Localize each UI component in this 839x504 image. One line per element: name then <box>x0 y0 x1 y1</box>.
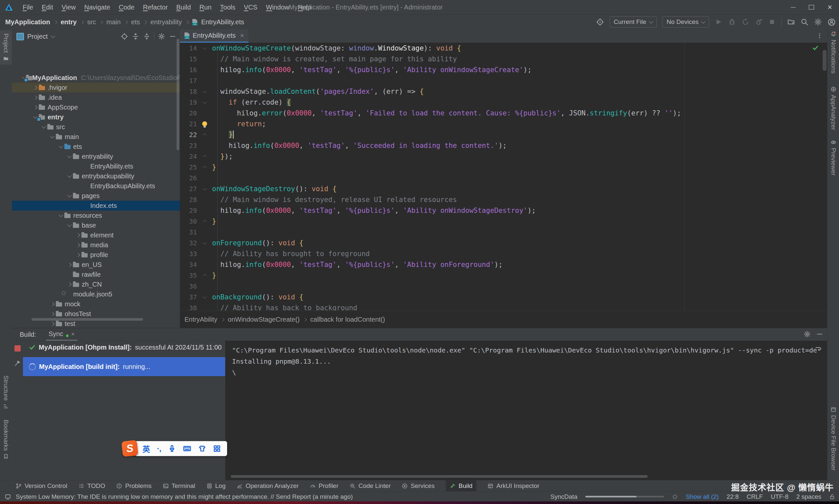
code-line-27[interactable]: 27onWindowStageDestroy(): void { <box>180 183 827 194</box>
menu-refactor[interactable]: Refactor <box>138 4 172 11</box>
toolwindow-profiler[interactable]: Profiler <box>310 480 339 491</box>
stop-build-button[interactable] <box>14 345 21 352</box>
run-button[interactable] <box>715 18 722 26</box>
toolwindow-build[interactable]: Build <box>446 480 476 491</box>
code-line-19[interactable]: 19 if (err.code) { <box>180 97 827 108</box>
tree-item-.hvigor[interactable]: .hvigor <box>12 83 180 92</box>
menu-run[interactable]: Run <box>195 4 216 11</box>
tree-item-src[interactable]: src <box>12 122 180 132</box>
code-line-36[interactable]: 36 <box>180 281 827 291</box>
code-line-17[interactable]: 17 <box>180 75 827 86</box>
stripe-tab-notifications[interactable]: Notifications <box>827 31 839 74</box>
chevron-right-icon[interactable] <box>66 263 73 266</box>
tab-entryability[interactable]: EntryAbility.ets × <box>180 30 249 43</box>
soft-wrap-icon[interactable] <box>815 345 822 353</box>
fold-marker-icon[interactable] <box>197 47 212 49</box>
tree-item-resources[interactable]: resources <box>12 211 180 220</box>
tree-item-zh_cn[interactable]: zh_CN <box>12 280 180 289</box>
code-line-21[interactable]: 21 return; <box>180 119 827 129</box>
code-line-15[interactable]: 15 // Main window is created, set main p… <box>180 53 827 64</box>
tree-horizontal-scrollbar[interactable] <box>32 318 143 321</box>
toolbox-grid-icon[interactable] <box>213 445 221 452</box>
fold-marker-icon[interactable] <box>197 154 212 158</box>
fold-marker-icon[interactable] <box>197 273 212 277</box>
editor[interactable]: EntryAbility.ets × 14onWindowStageCreate… <box>180 30 827 328</box>
close-button[interactable]: × <box>821 0 839 14</box>
menu-view[interactable]: View <box>57 4 80 11</box>
chevron-right-icon[interactable] <box>32 96 39 99</box>
toolwindow-arkui-inspector[interactable]: ArkUI Inspector <box>487 480 539 491</box>
debug-button[interactable] <box>728 18 736 26</box>
stripe-tab-device-file-browser[interactable]: Device File Browser <box>827 407 839 471</box>
caret-position[interactable]: 22:8 <box>727 493 739 500</box>
device-manager-icon[interactable] <box>596 18 604 26</box>
tree-item-element[interactable]: element <box>12 230 180 240</box>
tree-item-base[interactable]: base <box>12 220 180 230</box>
cancel-sync-icon[interactable] <box>672 494 678 500</box>
device-select[interactable]: No Devices <box>663 16 709 28</box>
microphone-icon[interactable] <box>168 445 176 452</box>
chevron-right-icon[interactable] <box>74 234 81 237</box>
code-line-22[interactable]: 22 } <box>180 129 827 140</box>
chevron-down-icon[interactable] <box>57 214 64 216</box>
build-settings-icon[interactable] <box>804 330 811 338</box>
tree-item-en_us[interactable]: en_US <box>12 260 180 270</box>
stop-button[interactable] <box>768 18 776 25</box>
fold-marker-icon[interactable] <box>197 165 212 169</box>
panel-settings-icon[interactable] <box>157 33 166 40</box>
expand-all-button[interactable] <box>132 33 139 40</box>
chevron-down-icon[interactable] <box>40 126 47 128</box>
code-line-32[interactable]: 32onForeground(): void { <box>180 237 827 248</box>
chevron-right-icon[interactable] <box>74 253 81 256</box>
tree-item-media[interactable]: media <box>12 240 180 250</box>
chevron-down-icon[interactable] <box>49 136 56 138</box>
sogou-logo-icon[interactable]: S <box>121 440 138 457</box>
code-line-29[interactable]: 29 hilog.info(0x0000, 'testTag', '%{publ… <box>180 205 827 216</box>
search-icon[interactable] <box>801 18 808 26</box>
attach-debugger-button[interactable] <box>755 18 763 26</box>
settings-gear-icon[interactable] <box>814 18 822 26</box>
code-line-31[interactable]: 31 <box>180 227 827 237</box>
tab-sync[interactable]: Sync × <box>46 328 78 341</box>
chevron-right-icon[interactable] <box>32 86 39 89</box>
chevron-down-icon[interactable] <box>66 195 73 197</box>
code-line-23[interactable]: 23 hilog.info(0x0000, 'testTag', 'Succee… <box>180 140 827 151</box>
menu-code[interactable]: Code <box>115 4 139 11</box>
ime-punctuation-toggle[interactable]: ·, <box>157 444 161 453</box>
tree-item-myapplication[interactable]: MyApplicationC:\Users\lazysnail\DevEcoSt… <box>12 73 180 83</box>
tree-item-pages[interactable]: pages <box>12 191 180 201</box>
intention-bulb-icon[interactable] <box>197 121 212 126</box>
stripe-tab-project[interactable]: Project <box>0 30 12 65</box>
chevron-down-icon[interactable] <box>57 146 64 147</box>
tree-item-entrybackupability[interactable]: entrybackupability <box>12 171 180 181</box>
lock-icon[interactable] <box>829 494 835 500</box>
code-line-16[interactable]: 16 hilog.info(0x0000, 'testTag', '%{publ… <box>180 64 827 75</box>
code-line-26[interactable]: 26 <box>180 173 827 183</box>
skin-shirt-icon[interactable] <box>198 445 206 452</box>
tree-item-main[interactable]: main <box>12 132 180 142</box>
close-tab-icon[interactable]: × <box>240 32 244 39</box>
profile-account-icon[interactable] <box>827 18 836 26</box>
breadcrumb-item-ets[interactable]: ets <box>131 18 140 26</box>
toolwindow-todo[interactable]: TODO <box>79 480 105 491</box>
indent-setting[interactable]: 2 spaces <box>796 493 821 500</box>
code-line-35[interactable]: 35} <box>180 270 827 281</box>
code-line-18[interactable]: 18 windowStage.loadContent('pages/Index'… <box>180 86 827 97</box>
breadcrumb-item-entryability[interactable]: entryability <box>150 18 182 26</box>
run-config-select[interactable]: Current File <box>610 16 657 28</box>
show-all-link[interactable]: Show all (2) <box>686 493 719 500</box>
code-line-24[interactable]: 24 }); <box>180 151 827 162</box>
tree-item-entrybackupability.ets[interactable]: EntryBackupAbility.ets <box>12 181 180 191</box>
menu-navigate[interactable]: Navigate <box>80 4 115 11</box>
console-horizontal-scrollbar[interactable] <box>231 475 648 478</box>
fold-marker-icon[interactable] <box>197 90 212 92</box>
hide-panel-button[interactable] <box>169 33 176 40</box>
editor-breadcrumb-item[interactable]: onWindowStageCreate() <box>228 316 300 323</box>
fold-marker-icon[interactable] <box>197 296 212 298</box>
breadcrumb-item-main[interactable]: main <box>106 18 120 26</box>
tree-item-rawfile[interactable]: rawfile <box>12 270 180 280</box>
toolwindow-services[interactable]: Services <box>402 480 434 491</box>
code-line-37[interactable]: 37onBackground(): void { <box>180 291 827 302</box>
code-line-20[interactable]: 20 hilog.error(0x0000, 'testTag', 'Faile… <box>180 108 827 119</box>
chevron-right-icon[interactable] <box>32 106 39 109</box>
